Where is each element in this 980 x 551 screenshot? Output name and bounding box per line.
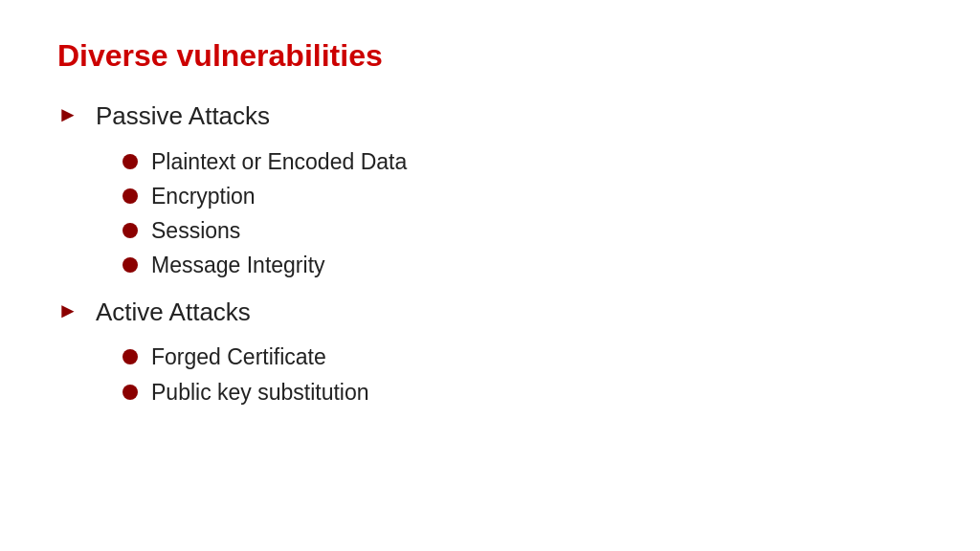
list-item-text: Encryption: [151, 181, 256, 211]
list-item: Sessions: [122, 215, 923, 246]
arrow-icon-passive: ►: [57, 102, 84, 127]
bullet-icon: [122, 223, 138, 238]
content-area: ► Passive Attacks Plaintext or Encoded D…: [57, 100, 923, 417]
bullet-icon: [122, 349, 138, 364]
list-item-text: Public key substitution: [151, 377, 369, 408]
list-item: Forged Certificate: [122, 342, 923, 372]
bullet-icon: [122, 154, 138, 169]
section-label-active: Active Attacks: [96, 297, 251, 329]
list-item: Plaintext or Encoded Data: [122, 146, 923, 177]
list-item-text: Plaintext or Encoded Data: [151, 146, 407, 177]
list-item: Message Integrity: [122, 250, 923, 280]
list-item: Encryption: [122, 181, 923, 211]
page-title: Diverse vulnerabilities: [57, 38, 923, 74]
slide: Diverse vulnerabilities ► Passive Attack…: [0, 0, 980, 551]
bullet-icon: [122, 385, 138, 400]
section-passive-attacks: ► Passive Attacks: [57, 100, 923, 133]
passive-attacks-list: Plaintext or Encoded Data Encryption Ses…: [122, 146, 923, 281]
section-active-attacks: ► Active Attacks: [57, 297, 923, 329]
arrow-icon-active: ►: [57, 298, 84, 323]
list-item-text: Message Integrity: [151, 250, 325, 280]
section-label-passive: Passive Attacks: [96, 100, 270, 133]
active-attacks-list: Forged Certificate Public key substituti…: [122, 342, 923, 407]
list-item-text: Sessions: [151, 215, 240, 246]
bullet-icon: [122, 188, 138, 204]
bullet-icon: [122, 257, 138, 273]
list-item-text: Forged Certificate: [151, 342, 326, 372]
list-item: Public key substitution: [122, 377, 923, 408]
